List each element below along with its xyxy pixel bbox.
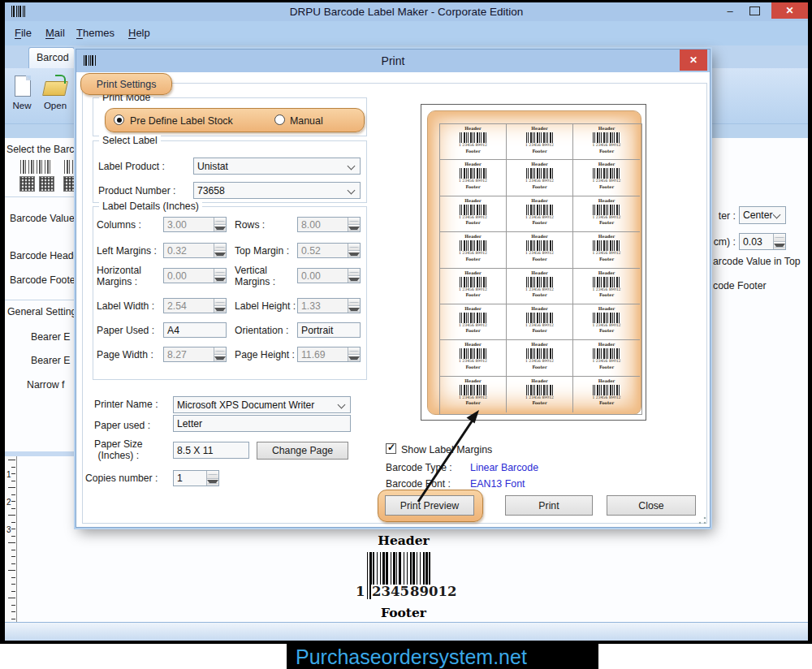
cell-footer: Footer <box>573 329 640 333</box>
field-input[interactable]: 0.00 <box>163 268 227 283</box>
menu-item-themes[interactable]: Themes <box>76 27 114 39</box>
barcode-footer-label: Barcode Footer <box>10 274 79 286</box>
cell-footer: Footer <box>573 149 640 153</box>
paper-size-field[interactable]: 8.5 X 11 <box>173 442 249 459</box>
field-label: Columns : <box>97 219 163 231</box>
spinner-buttons[interactable] <box>348 299 360 313</box>
maximize-button[interactable] <box>744 2 765 19</box>
field-input[interactable]: Portrait <box>297 322 361 338</box>
field-input[interactable]: 0.32 <box>163 243 227 258</box>
menu-item-file[interactable]: File <box>15 27 32 39</box>
preview-label-cell: Header1 23456 89012Footer <box>573 124 640 160</box>
cell-header: Header <box>440 162 506 166</box>
spinner-buttons[interactable] <box>214 269 226 283</box>
field-label: Vertical Margins : <box>235 265 301 287</box>
field-input[interactable]: 8.27 <box>163 347 227 362</box>
field-input[interactable]: 0.52 <box>297 243 361 258</box>
cell-barcode <box>460 385 487 395</box>
spinner-buttons[interactable] <box>773 234 785 249</box>
paper-size-label: Paper Size(Inches) : <box>94 438 143 461</box>
open-button[interactable] <box>42 75 70 99</box>
cell-digits: 1 23456 89012 <box>573 288 640 292</box>
cell-header: Header <box>440 127 506 131</box>
cell-digits: 1 23456 89012 <box>573 360 640 364</box>
field-input[interactable]: 0.00 <box>297 268 361 283</box>
general-settings-tab[interactable]: General Setting <box>7 306 76 317</box>
print-button[interactable]: Print <box>505 495 593 516</box>
spinner-buttons[interactable] <box>214 244 226 257</box>
spinner-buttons[interactable] <box>348 347 360 361</box>
cell-barcode <box>460 205 487 215</box>
radio-manual-label[interactable]: Manual <box>290 115 323 127</box>
ruler-number: 3 <box>6 525 11 534</box>
close-button[interactable]: ✕ <box>771 2 808 19</box>
change-page-button[interactable]: Change Page <box>257 442 348 460</box>
product-number-dropdown[interactable]: 73658 <box>193 182 361 199</box>
close-dialog-button[interactable]: Close <box>607 495 696 516</box>
linear-barcode-sample-icon[interactable] <box>19 159 54 175</box>
show-label-margins-checkbox[interactable]: ✓ <box>386 443 396 454</box>
menu-item-mail[interactable]: Mail <box>45 27 65 39</box>
cell-digits: 1 23456 89012 <box>440 252 506 256</box>
center-dropdown[interactable]: Center <box>739 206 786 224</box>
cell-footer: Footer <box>573 401 640 405</box>
cell-header: Header <box>507 379 572 383</box>
field-input[interactable]: 2.54 <box>163 298 227 313</box>
print-settings-tab[interactable]: Print Settings <box>80 73 172 95</box>
cell-barcode <box>460 168 487 179</box>
narrow-label: Narrow f <box>27 379 64 391</box>
preview-label-cell: Header1 23456 89012Footer <box>507 160 573 196</box>
spinner-buttons[interactable] <box>214 218 226 231</box>
radio-predefine[interactable] <box>114 114 124 125</box>
paper-used-field[interactable]: Letter <box>173 415 351 432</box>
cell-digits: 1 23456 89012 <box>440 288 506 292</box>
copies-spinner[interactable]: 1 <box>173 470 219 486</box>
datamatrix-icon-2[interactable] <box>39 176 54 192</box>
field-input[interactable]: A4 <box>163 322 227 338</box>
spinner-buttons[interactable] <box>214 347 226 361</box>
new-button[interactable] <box>11 75 36 99</box>
radio-manual[interactable] <box>274 114 285 125</box>
paper-used-value: Letter <box>177 418 202 429</box>
printer-name-dropdown[interactable]: Microsoft XPS Document Writer <box>173 396 351 413</box>
label-product-dropdown[interactable]: Unistat <box>193 158 361 175</box>
cell-footer: Footer <box>507 257 572 261</box>
cell-header: Header <box>507 235 572 239</box>
radio-predefine-label[interactable]: Pre Define Label Stock <box>130 115 233 127</box>
field-input[interactable]: 8.00 <box>297 217 361 232</box>
field-value: 1.33 <box>301 300 321 312</box>
cell-digits: 1 23456 89012 <box>507 360 572 364</box>
field-value: 0.52 <box>301 245 321 257</box>
spinner-buttons[interactable] <box>348 244 360 257</box>
preview-label-cell: Header1 23456 89012Footer <box>573 196 640 232</box>
resize-grip[interactable] <box>698 516 706 524</box>
field-value: 0.32 <box>167 245 187 257</box>
tab-barcode[interactable]: Barcod <box>28 47 75 68</box>
cell-footer: Footer <box>573 293 640 297</box>
field-input[interactable]: 3.00 <box>163 217 227 232</box>
cm-spinner[interactable]: 0.03 <box>739 233 786 250</box>
datamatrix-icon-1[interactable] <box>19 176 35 192</box>
field-input[interactable]: 1.33 <box>297 298 361 313</box>
dialog-close-button[interactable]: ✕ <box>680 50 707 71</box>
label-details-caption: Label Details (Inches) <box>99 201 202 212</box>
spinner-buttons[interactable] <box>348 218 360 231</box>
cell-footer: Footer <box>507 221 572 225</box>
ruler-number: 1 <box>6 470 11 479</box>
menu-item-help[interactable]: Help <box>128 27 150 39</box>
radio-selected-dot <box>117 118 122 123</box>
cell-barcode <box>526 132 554 143</box>
spinner-buttons[interactable] <box>348 269 360 283</box>
minimize-button[interactable]: – <box>719 2 741 19</box>
spinner-buttons[interactable] <box>206 471 218 486</box>
preview-label-cell: Header1 23456 89012Footer <box>573 340 640 376</box>
cell-footer: Footer <box>573 185 640 189</box>
spinner-buttons[interactable] <box>214 299 226 313</box>
main-titlebar: DRPU Barcode Label Maker - Corporate Edi… <box>5 2 808 21</box>
field-label: Paper Used : <box>97 325 163 336</box>
cell-footer: Footer <box>573 257 640 261</box>
preview-label-cell: Header1 23456 89012Footer <box>440 124 507 160</box>
field-input[interactable]: 11.69 <box>297 347 361 362</box>
cell-digits: 1 23456 89012 <box>573 216 640 220</box>
field-label: Left Margins : <box>97 245 163 257</box>
